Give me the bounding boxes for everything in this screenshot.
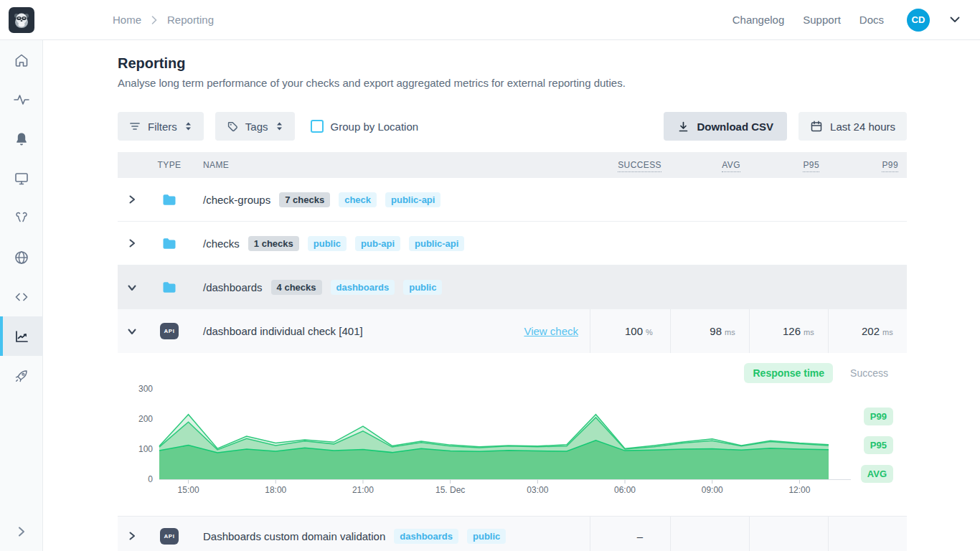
tags-label: Tags [245,121,268,133]
download-csv-button[interactable]: Download CSV [664,112,787,141]
x-tick-label: 06:00 [600,485,650,495]
avg-cell [670,517,749,551]
top-nav: Changelog Support Docs CD [732,9,960,32]
sidebar-item-checks[interactable] [0,80,43,119]
breadcrumb-home[interactable]: Home [113,14,141,26]
monitor-icon [14,171,29,187]
legend-p95[interactable]: P95 [864,436,893,454]
breadcrumb-chevron-icon [151,16,157,24]
tags-button[interactable]: Tags [215,112,295,141]
chevron-down-icon [127,327,137,336]
legend-p99[interactable]: P99 [864,408,893,425]
avatar[interactable]: CD [907,9,930,32]
docs-link[interactable]: Docs [859,14,884,26]
p95-cell [749,517,828,551]
tag-icon [226,120,239,133]
row-name-group: /dashboards 4 checks dashboards public [203,280,907,295]
tag[interactable]: public-api [409,236,464,251]
row-name-check: Dashboards custom domain validation dash… [203,529,590,544]
table-row-check-groups[interactable]: /check-groups 7 checks check public-api [118,178,907,222]
sort-arrows-icon [275,121,284,131]
changelog-link[interactable]: Changelog [732,14,785,26]
tag[interactable]: dashboards [331,280,395,295]
sidebar-item-home[interactable] [0,40,43,80]
x-tick-label: 15:00 [164,485,214,495]
expand-chevron[interactable] [118,531,146,541]
check-count-badge: 7 checks [279,192,330,207]
table-row-dashboards[interactable]: /dashboards 4 checks dashboards public [118,265,907,309]
sidebar-item-snippets[interactable] [0,277,43,316]
tag[interactable]: public [403,280,442,295]
column-success: SUCCESS [590,160,670,170]
table-row-dashboards-custom-domain[interactable]: API Dashboards custom domain validation … [118,516,907,551]
chart-icon [14,329,29,344]
filters-button[interactable]: Filters [118,112,204,141]
row-name-group: /checks 1 checks public pub-api public-a… [203,236,907,251]
tag[interactable]: check [339,192,377,207]
toolbar-right: Download CSV Last 24 hours [664,112,907,141]
code-icon [14,289,29,305]
expand-chevron[interactable] [118,194,146,204]
download-csv-label: Download CSV [697,121,773,133]
check-count-badge: 4 checks [271,280,322,295]
row-name-check: /dashboard individual check [401] [203,325,524,337]
table-row-dashboard-individual-check[interactable]: API /dashboard individual check [401] Vi… [118,309,907,353]
area-chart-canvas [118,353,907,489]
column-p95: P95 [749,160,828,170]
x-tick-label: 21:00 [338,485,388,495]
chevron-right-icon [17,526,26,537]
legend-avg[interactable]: AVG [861,465,893,483]
column-name: NAME [203,160,590,170]
group-name[interactable]: /dashboards [203,281,263,293]
column-p99: P99 [828,160,907,170]
group-name[interactable]: /checks [203,237,240,250]
breadcrumb-current: Reporting [167,14,214,26]
group-by-location-checkbox-wrap[interactable]: Group by Location [311,120,419,133]
x-tick-label: 03:00 [512,485,562,495]
app-logo-raccoon[interactable] [9,7,34,33]
api-type-badge: API [160,323,179,339]
sidebar-expand-toggle[interactable] [0,519,43,544]
check-name[interactable]: /dashboard individual check [401] [203,325,363,337]
support-link[interactable]: Support [803,14,841,26]
sidebar-item-alerts[interactable] [0,119,43,159]
group-name[interactable]: /check-groups [203,194,270,206]
sidebar-item-dashboards[interactable] [0,159,43,198]
group-by-location-checkbox[interactable] [311,120,324,133]
tag[interactable]: public [308,236,347,251]
raccoon-icon [11,10,32,30]
check-type: API [146,323,192,339]
sidebar-item-reporting[interactable] [0,316,43,356]
table-row-checks[interactable]: /checks 1 checks public pub-api public-a… [118,222,907,265]
rocket-icon [14,368,29,384]
bell-icon [14,131,29,147]
y-tick-label: 300 [118,384,153,394]
tag[interactable]: public [467,529,506,544]
sidebar [0,40,43,551]
breadcrumb: Home Reporting [113,14,214,26]
y-tick-label: 0 [118,474,153,484]
chevron-right-icon [128,238,136,248]
sidebar-item-private-locations[interactable] [0,237,43,277]
sidebar-item-maintenance[interactable] [0,198,43,237]
view-check-link[interactable]: View check [524,325,578,337]
success-cell: 100 % [590,309,670,353]
expand-chevron[interactable] [118,238,146,248]
main-content: Reporting Analyse long term performance … [43,40,980,551]
folder-icon [146,281,192,293]
tag[interactable]: dashboards [394,529,458,544]
report-table: TYPE NAME SUCCESS AVG P95 P99 /check-gro… [118,152,907,551]
sidebar-item-integrations[interactable] [0,356,43,395]
check-name[interactable]: Dashboards custom domain validation [203,530,385,542]
x-tick-label: 12:00 [774,485,824,495]
collapse-chevron[interactable] [118,283,146,292]
collapse-chevron[interactable] [118,327,146,336]
row-name-group: /check-groups 7 checks check public-api [203,192,907,207]
p99-cell [828,517,907,551]
globe-icon [14,250,29,265]
tag[interactable]: public-api [385,192,440,207]
date-range-button[interactable]: Last 24 hours [798,112,907,141]
tag[interactable]: pub-api [355,236,400,251]
account-menu-chevron-icon[interactable] [950,17,960,23]
toolbar: Filters Tags Group by Location Download … [118,112,907,141]
